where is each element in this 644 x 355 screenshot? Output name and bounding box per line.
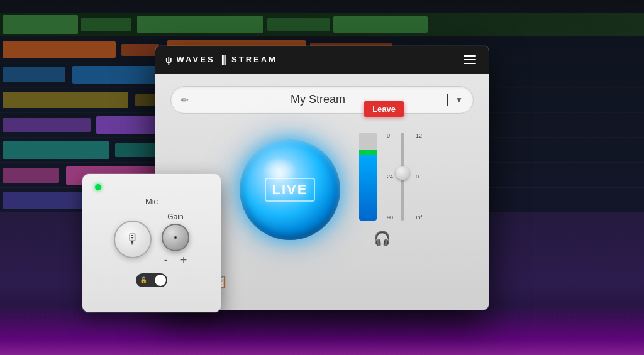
gain-knob-indicator bbox=[174, 236, 177, 239]
microphone-icon: 🎙 bbox=[126, 231, 140, 248]
mic-label-line-right bbox=[164, 197, 199, 197]
led-row bbox=[92, 184, 211, 190]
daw-track bbox=[0, 13, 644, 36]
lock-toggle[interactable]: 🔒 bbox=[136, 273, 167, 287]
dropdown-arrow-icon[interactable]: ▼ bbox=[455, 96, 463, 104]
level-meter: 0 24 90 bbox=[359, 133, 377, 221]
vol-label-inf: Inf bbox=[416, 214, 422, 221]
fader-labels: 0 24 90 bbox=[387, 133, 393, 221]
volume-meter-section: 0 24 90 12 0 bbox=[359, 133, 404, 247]
right-controls: Leave 0 24 90 bbox=[359, 133, 404, 247]
lock-toggle-row: 🔒 bbox=[92, 273, 211, 287]
live-button-highlight bbox=[262, 157, 297, 182]
logo-separator: ||| bbox=[221, 54, 225, 65]
meters-row: 0 24 90 12 0 bbox=[359, 133, 404, 221]
mic-panel: Mic 🎙 Gain - + bbox=[82, 174, 221, 312]
volume-slider-section: 12 0 Inf bbox=[401, 133, 404, 221]
main-content: LIVE Leave bbox=[170, 124, 474, 256]
gain-label: Gain bbox=[167, 212, 183, 221]
gain-pm-controls: - + bbox=[164, 254, 187, 267]
fader-fill-green bbox=[359, 150, 377, 155]
mic-label-line-left bbox=[104, 197, 152, 197]
logo-area: ψ WAVES ||| STREAM bbox=[165, 54, 277, 65]
status-led bbox=[95, 184, 101, 190]
lock-icon: 🔒 bbox=[140, 276, 147, 283]
hamburger-line bbox=[464, 55, 476, 57]
fader-label-24: 24 bbox=[387, 173, 393, 180]
volume-slider-thumb[interactable] bbox=[396, 166, 409, 180]
live-button-container: LIVE bbox=[240, 139, 340, 240]
gain-plus[interactable]: + bbox=[180, 254, 187, 267]
fader-fill-blue bbox=[359, 155, 377, 221]
plugin-body: ✏ My Stream ▼ LIVE Leave bbox=[155, 74, 489, 310]
mic-controls-row: 🎙 Gain - + bbox=[114, 212, 189, 267]
vol-label-0: 0 bbox=[416, 173, 422, 180]
vol-labels: 12 0 Inf bbox=[416, 133, 422, 221]
mic-label-row: Mic bbox=[92, 197, 211, 206]
mic-button[interactable]: 🎙 bbox=[114, 221, 152, 258]
stream-name-bar[interactable]: ✏ My Stream ▼ bbox=[170, 86, 474, 114]
hamburger-line bbox=[464, 59, 476, 60]
headphone-icon[interactable]: 🎧 bbox=[374, 231, 391, 247]
menu-button[interactable] bbox=[461, 53, 479, 67]
bottom-glow bbox=[0, 305, 644, 355]
logo-stream: STREAM bbox=[231, 55, 277, 64]
vol-label-12: 12 bbox=[416, 133, 422, 139]
fader-track bbox=[359, 133, 377, 221]
mic-title: Mic bbox=[140, 197, 163, 206]
pencil-icon: ✏ bbox=[181, 95, 189, 105]
live-button[interactable]: LIVE bbox=[240, 139, 340, 240]
plugin-window: ψ WAVES ||| STREAM ✏ My Stream ▼ LIVE bbox=[155, 46, 489, 310]
gain-minus[interactable]: - bbox=[164, 254, 168, 267]
text-cursor bbox=[447, 94, 448, 106]
gain-section: Gain - + bbox=[162, 212, 189, 267]
headphone-row: 🎧 bbox=[374, 231, 391, 247]
lock-toggle-thumb bbox=[155, 275, 166, 286]
gain-knob[interactable] bbox=[162, 224, 189, 251]
fader-label-0: 0 bbox=[387, 133, 393, 139]
logo-waves: WAVES bbox=[177, 55, 215, 64]
hamburger-line bbox=[464, 63, 476, 64]
fader-label-90: 90 bbox=[387, 214, 393, 221]
volume-slider-track[interactable] bbox=[401, 133, 404, 221]
logo-icon: ψ bbox=[165, 55, 172, 65]
leave-button[interactable]: Leave bbox=[364, 101, 404, 117]
title-bar: ψ WAVES ||| STREAM bbox=[155, 46, 489, 74]
